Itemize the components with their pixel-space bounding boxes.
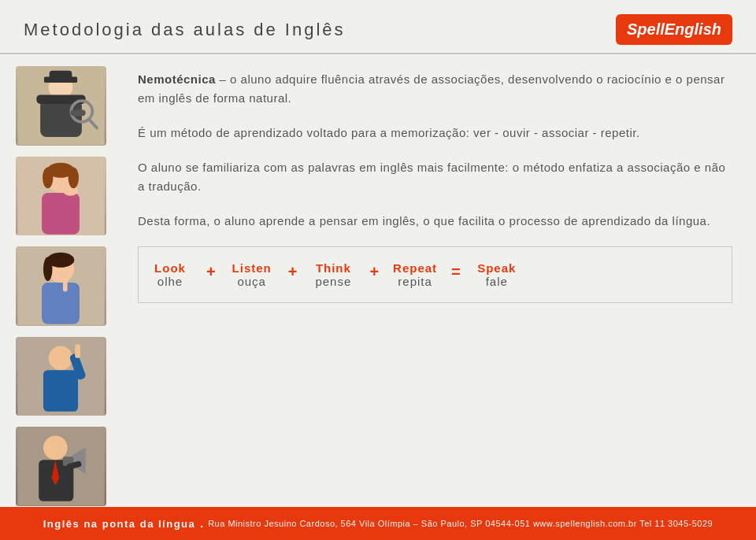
paragraph-3: O aluno se familiariza com as palavras e…: [138, 158, 732, 196]
person-image-1: [16, 66, 106, 146]
header: Metodologia das aulas de Inglês SpellEng…: [0, 0, 756, 54]
nemotecnica-bold: Nemotécnica: [138, 72, 216, 86]
footer: Inglês na ponta da língua . Rua Ministro…: [0, 507, 756, 540]
formula-look-portuguese: olhe: [158, 275, 183, 288]
formula-item-think: Think pense: [302, 261, 365, 288]
svg-point-14: [43, 167, 53, 188]
formula-speak-portuguese: fale: [486, 275, 508, 288]
logo-spell: Spell: [627, 20, 665, 38]
formula-item-repeat: Repeat repita: [384, 261, 447, 288]
formula-item-look: Look olhe: [139, 261, 202, 288]
person-image-2: [16, 157, 106, 236]
images-column: [0, 54, 122, 514]
person-image-3: [16, 246, 106, 326]
paragraph-2: É um método de aprendizado voltado para …: [138, 124, 732, 142]
formula-listen-english: Listen: [232, 261, 272, 275]
svg-rect-26: [75, 344, 80, 357]
page-title: Metodologia das aulas de Inglês: [24, 20, 346, 40]
formula-speak-english: Speak: [477, 261, 516, 275]
formula-listen-portuguese: ouça: [237, 275, 266, 288]
formula-item-speak: Speak fale: [465, 261, 528, 288]
formula-repeat-portuguese: repita: [398, 275, 432, 288]
person-image-4: [16, 337, 106, 416]
svg-point-21: [43, 257, 52, 282]
logo-english: English: [665, 20, 721, 38]
paragraph-4: Desta forma, o aluno aprende a pensar em…: [138, 212, 732, 231]
formula-think-english: Think: [316, 261, 351, 275]
svg-rect-11: [42, 193, 80, 235]
main-content: Nemotécnica – o aluno adquire fluência a…: [0, 54, 756, 514]
formula-look-english: Look: [154, 261, 186, 275]
svg-point-29: [43, 436, 68, 460]
svg-rect-18: [42, 283, 80, 324]
logo: SpellEnglish: [616, 14, 732, 45]
logo-text: SpellEnglish: [627, 20, 721, 39]
formula-row: Look olhe + Listen ouça + Think pense + …: [138, 246, 732, 303]
paragraph-1-text: – o aluno adquire fluência através de as…: [138, 72, 724, 105]
footer-detail-text: Rua Ministro Jesuino Cardoso, 564 Vila O…: [208, 519, 713, 528]
svg-rect-8: [70, 110, 85, 117]
formula-think-portuguese: pense: [315, 275, 351, 288]
svg-rect-19: [63, 277, 68, 292]
svg-point-15: [69, 167, 79, 188]
svg-rect-5: [50, 71, 72, 80]
text-column: Nemotécnica – o aluno adquire fluência a…: [122, 54, 756, 514]
formula-plus-3: +: [365, 263, 384, 281]
person-image-5: [16, 427, 106, 506]
svg-point-23: [49, 346, 73, 370]
footer-dot: .: [200, 517, 203, 530]
formula-plus-2: +: [284, 263, 302, 281]
formula-item-listen: Listen ouça: [220, 261, 284, 288]
paragraph-1: Nemotécnica – o aluno adquire fluência a…: [138, 70, 732, 108]
formula-equals: =: [447, 263, 465, 281]
formula-repeat-english: Repeat: [393, 261, 437, 275]
formula-plus-1: +: [202, 263, 220, 281]
footer-main-text: Inglês na ponta da língua: [43, 518, 196, 530]
